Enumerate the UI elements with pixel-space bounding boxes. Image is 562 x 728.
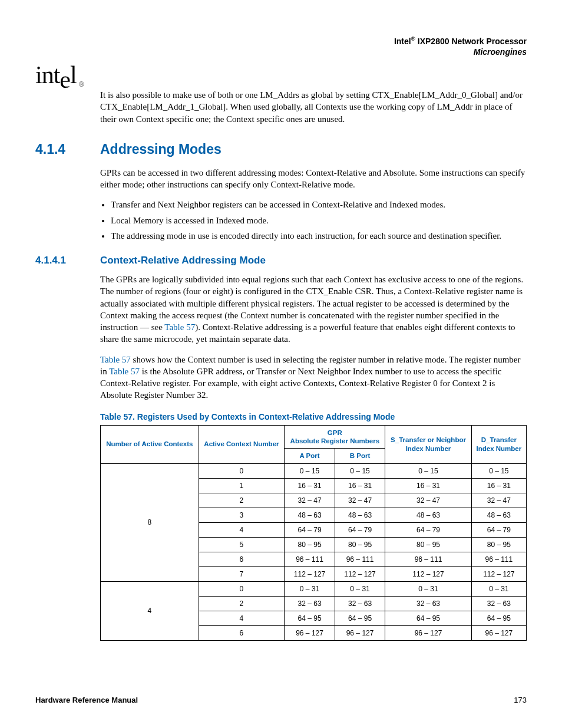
page-number: 173 bbox=[514, 696, 527, 704]
cell: 48 – 63 bbox=[335, 508, 385, 522]
cell: 0 – 31 bbox=[471, 581, 526, 596]
cell: 64 – 95 bbox=[335, 611, 385, 625]
cell: 32 – 47 bbox=[335, 493, 385, 508]
para-context-relative-2: Table 57 shows how the Context number is… bbox=[100, 354, 527, 401]
cell: 0 – 15 bbox=[471, 463, 526, 478]
cell-active-contexts: 4 bbox=[101, 581, 199, 640]
heading-addressing-modes: 4.1.4 Addressing Modes bbox=[35, 141, 527, 157]
cell: 32 – 63 bbox=[471, 596, 526, 611]
cell: 6 bbox=[199, 625, 285, 640]
th-a-port: A Port bbox=[285, 449, 335, 463]
th-s-transfer: S_Transfer or NeighborIndex Number bbox=[385, 425, 471, 463]
cell: 6 bbox=[199, 552, 285, 566]
cell: 64 – 95 bbox=[471, 611, 526, 625]
cell: 96 – 111 bbox=[285, 552, 335, 566]
table-57-xref[interactable]: Table 57 bbox=[109, 367, 140, 376]
cell: 32 – 63 bbox=[335, 596, 385, 611]
cell: 0 – 31 bbox=[285, 581, 335, 596]
cell: 0 – 15 bbox=[285, 463, 335, 478]
cell: 16 – 31 bbox=[285, 478, 335, 493]
cell: 0 – 31 bbox=[385, 581, 471, 596]
cell: 16 – 31 bbox=[335, 478, 385, 493]
cell: 0 – 15 bbox=[335, 463, 385, 478]
cell: 112 – 127 bbox=[471, 566, 526, 581]
cell: 48 – 63 bbox=[471, 508, 526, 522]
cell: 64 – 95 bbox=[385, 611, 471, 625]
cell: 96 – 111 bbox=[385, 552, 471, 566]
cell: 80 – 95 bbox=[285, 537, 335, 552]
cell: 0 – 15 bbox=[385, 463, 471, 478]
cell: 112 – 127 bbox=[335, 566, 385, 581]
th-gpr: GPRAbsolute Register Numbers bbox=[285, 425, 385, 449]
list-item: The addressing mode in use is encoded di… bbox=[111, 230, 527, 242]
cell: 32 – 63 bbox=[285, 596, 335, 611]
cell: 7 bbox=[199, 566, 285, 581]
cell: 96 – 127 bbox=[335, 625, 385, 640]
cell: 0 – 31 bbox=[335, 581, 385, 596]
th-d-transfer: D_TransferIndex Number bbox=[471, 425, 526, 463]
cell: 16 – 31 bbox=[471, 478, 526, 493]
cell: 64 – 79 bbox=[335, 522, 385, 537]
th-b-port: B Port bbox=[335, 449, 385, 463]
cell: 80 – 95 bbox=[471, 537, 526, 552]
cell: 32 – 47 bbox=[285, 493, 335, 508]
cell: 2 bbox=[199, 493, 285, 508]
list-item: Local Memory is accessed in Indexed mode… bbox=[111, 215, 527, 226]
table-row: 800 – 150 – 150 – 150 – 15 bbox=[101, 463, 527, 478]
cell: 5 bbox=[199, 537, 285, 552]
cell: 48 – 63 bbox=[385, 508, 471, 522]
cell: 2 bbox=[199, 596, 285, 611]
running-header: Intel® IXP2800 Network Processor Microen… bbox=[35, 35, 527, 57]
cell: 80 – 95 bbox=[385, 537, 471, 552]
bullet-list: Transfer and Next Neighbor registers can… bbox=[100, 199, 527, 242]
cell: 4 bbox=[199, 611, 285, 625]
cell: 32 – 47 bbox=[471, 493, 526, 508]
cell: 48 – 63 bbox=[285, 508, 335, 522]
cell: 96 – 127 bbox=[385, 625, 471, 640]
cell: 96 – 127 bbox=[471, 625, 526, 640]
para-context-relative-1: The GPRs are logically subdivided into e… bbox=[100, 274, 527, 345]
footer-left: Hardware Reference Manual bbox=[35, 696, 138, 704]
intro-paragraph: It is also possible to make use of both … bbox=[100, 89, 527, 125]
cell: 96 – 111 bbox=[471, 552, 526, 566]
cell: 96 – 127 bbox=[285, 625, 335, 640]
cell: 112 – 127 bbox=[385, 566, 471, 581]
cell: 16 – 31 bbox=[385, 478, 471, 493]
intel-logo: intel® bbox=[35, 61, 527, 89]
table-57: Number of Active Contexts Active Context… bbox=[100, 425, 527, 641]
cell: 64 – 95 bbox=[285, 611, 335, 625]
cell: 64 – 79 bbox=[285, 522, 335, 537]
para-modes-intro: GPRs can be accessed in two different ad… bbox=[100, 167, 527, 191]
cell: 1 bbox=[199, 478, 285, 493]
list-item: Transfer and Next Neighbor registers can… bbox=[111, 199, 527, 210]
cell: 64 – 79 bbox=[471, 522, 526, 537]
cell: 0 bbox=[199, 581, 285, 596]
table-57-xref[interactable]: Table 57 bbox=[100, 355, 131, 364]
cell: 3 bbox=[199, 508, 285, 522]
cell: 80 – 95 bbox=[335, 537, 385, 552]
table-row: 400 – 310 – 310 – 310 – 31 bbox=[101, 581, 527, 596]
cell-active-contexts: 8 bbox=[101, 463, 199, 581]
cell: 64 – 79 bbox=[385, 522, 471, 537]
table-57-xref[interactable]: Table 57 bbox=[164, 322, 195, 332]
cell: 96 – 111 bbox=[335, 552, 385, 566]
page-footer: Hardware Reference Manual 173 bbox=[35, 696, 527, 704]
cell: 4 bbox=[199, 522, 285, 537]
cell: 112 – 127 bbox=[285, 566, 335, 581]
cell: 32 – 47 bbox=[385, 493, 471, 508]
table-57-caption: Table 57. Registers Used by Contexts in … bbox=[100, 412, 527, 421]
cell: 32 – 63 bbox=[385, 596, 471, 611]
heading-context-relative: 4.1.4.1 Context-Relative Addressing Mode bbox=[35, 255, 527, 266]
th-active-ctx: Active Context Number bbox=[199, 425, 285, 463]
th-num-active: Number of Active Contexts bbox=[101, 425, 199, 463]
cell: 0 bbox=[199, 463, 285, 478]
